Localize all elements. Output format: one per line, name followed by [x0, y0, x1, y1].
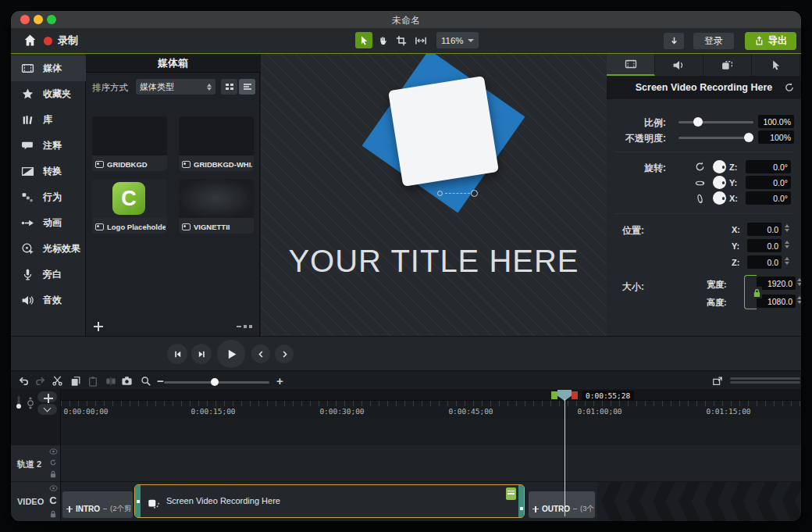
timeline-empty-area[interactable] [61, 418, 801, 445]
track-2-lane[interactable] [61, 445, 801, 481]
split-button[interactable] [104, 374, 117, 387]
track-2-header[interactable]: 轨道 2 [11, 445, 60, 481]
track-zoom-icon[interactable] [26, 397, 36, 409]
screen-recording-clip[interactable]: Screen Video Recording Here [134, 484, 525, 518]
trim-right-handle[interactable] [518, 485, 524, 517]
rotation-z-field[interactable]: 0.0° [746, 160, 791, 173]
width-stepper[interactable] [797, 278, 801, 286]
screenshot-button[interactable] [120, 374, 134, 387]
track-video-lane[interactable]: INTRO (2个剪 Screen Video Recording Here [61, 482, 801, 521]
list-view-button[interactable] [239, 79, 255, 95]
undo-button[interactable] [17, 374, 30, 387]
download-button[interactable] [664, 33, 684, 49]
bin-options-icon[interactable] [237, 325, 252, 328]
position-z-stepper[interactable] [785, 257, 789, 265]
reset-properties-icon[interactable] [784, 82, 795, 93]
tab-visual-properties[interactable] [607, 54, 655, 76]
trim-left-handle[interactable] [135, 485, 141, 517]
media-item-logo-placeholder[interactable]: C Logo Placeholder [92, 179, 167, 234]
next-clip-button[interactable] [275, 345, 294, 363]
track-video-header[interactable]: VIDEO C [11, 482, 60, 521]
position-x-field[interactable]: 0.0 [747, 223, 782, 236]
redo-button[interactable] [34, 374, 47, 387]
playhead-in-handle[interactable] [551, 391, 557, 399]
add-media-button[interactable] [94, 322, 103, 331]
sidebar-item-voice-narration[interactable]: 旁白 [11, 262, 86, 287]
crop-tool-button[interactable] [393, 32, 410, 48]
sidebar-item-behaviors[interactable]: 行为 [11, 184, 86, 210]
media-item-gridbkgd-white[interactable]: GRIDBKGD-WHI... [179, 116, 254, 171]
sidebar-item-cursor-effects[interactable]: 光标效果 [11, 236, 86, 262]
login-button[interactable]: 登录 [693, 33, 734, 49]
add-track-button[interactable] [37, 391, 57, 402]
expand-group-icon[interactable] [532, 506, 539, 512]
timeline-ruler[interactable]: 0:00:00;00 0:00:15;00 0:00:30;00 0:00:45… [61, 400, 801, 418]
lock-icon[interactable] [49, 470, 57, 478]
eye-icon[interactable] [49, 485, 58, 491]
cut-button[interactable] [51, 374, 64, 387]
rotate-x-icon[interactable] [694, 193, 706, 205]
expand-group-icon[interactable] [66, 506, 73, 512]
pan-tool-button[interactable] [374, 32, 391, 48]
step-back-button[interactable] [167, 344, 187, 364]
aspect-ratio-link[interactable] [744, 275, 757, 309]
width-field[interactable]: 1920.0 [757, 277, 796, 290]
position-y-field[interactable]: 0.0 [747, 239, 782, 252]
opacity-slider[interactable] [678, 137, 753, 139]
tab-cursor-properties[interactable] [752, 54, 800, 76]
timeline-scrollbar[interactable] [730, 377, 800, 385]
outro-group-clip[interactable]: OUTRO (3个 [529, 491, 595, 518]
lock-icon[interactable] [49, 510, 57, 518]
scale-slider-thumb[interactable] [693, 117, 703, 127]
detach-timeline-icon[interactable] [710, 374, 724, 387]
playhead-line[interactable] [564, 399, 565, 516]
media-item-vignette[interactable]: VIGNETTII [179, 179, 254, 234]
home-icon[interactable] [23, 34, 37, 47]
zoom-in-button[interactable]: + [273, 374, 287, 387]
opacity-value-field[interactable]: 100% [758, 130, 794, 144]
playhead-out-handle[interactable] [572, 391, 578, 399]
notes-doc-icon[interactable] [506, 487, 516, 500]
copy-button[interactable] [69, 374, 82, 387]
scale-value-field[interactable]: 100.0% [758, 115, 794, 128]
track-height-toggle-icon[interactable] [16, 395, 22, 411]
step-forward-button[interactable] [191, 344, 212, 364]
sidebar-item-library[interactable]: 库 [11, 107, 86, 133]
rotation-x-dial[interactable] [713, 191, 726, 205]
tab-audio-properties[interactable] [655, 54, 703, 76]
intro-group-clip[interactable]: INTRO (2个剪 [62, 491, 133, 518]
timeline-zoom-slider[interactable] [164, 381, 269, 384]
height-stepper[interactable] [797, 296, 801, 304]
thumbnail-view-button[interactable] [221, 79, 237, 95]
rotation-z-dial[interactable] [713, 160, 726, 173]
sidebar-item-media[interactable]: 媒体 [11, 55, 86, 81]
position-y-stepper[interactable] [785, 241, 789, 248]
sort-type-select[interactable]: 媒体类型 [136, 79, 215, 95]
loop-icon[interactable] [49, 459, 57, 466]
collapse-tracks-button[interactable] [37, 404, 57, 415]
sidebar-item-annotations[interactable]: 注释 [11, 133, 86, 159]
paste-button[interactable] [86, 374, 99, 387]
rotation-x-field[interactable]: 0.0° [746, 191, 791, 205]
record-button[interactable]: 录制 [44, 33, 78, 48]
sidebar-item-transitions[interactable]: 转换 [11, 159, 86, 184]
scale-slider[interactable] [678, 121, 753, 123]
position-x-stepper[interactable] [785, 224, 789, 232]
select-tool-button[interactable] [355, 32, 372, 48]
tab-effects-properties[interactable] [703, 54, 752, 76]
preview-canvas[interactable]: YOUR TITLE HERE [261, 54, 607, 336]
canvas-zoom-select[interactable]: 116% [436, 32, 479, 48]
previous-clip-button[interactable] [251, 345, 270, 363]
play-button[interactable] [217, 340, 245, 368]
zoom-tool-icon[interactable] [139, 374, 152, 387]
rotate-z-icon[interactable] [694, 161, 706, 173]
opacity-slider-thumb[interactable] [744, 133, 753, 142]
export-button[interactable]: 导出 [745, 32, 796, 50]
white-square-shape[interactable] [388, 76, 499, 187]
rotation-y-dial[interactable] [713, 176, 726, 189]
rotation-handle[interactable] [437, 190, 478, 197]
edit-dimensions-button[interactable] [411, 32, 431, 48]
media-item-gridbkgd[interactable]: GRIDBKGD [92, 116, 167, 171]
canvas-title-text[interactable]: YOUR TITLE HERE [261, 244, 607, 279]
height-field[interactable]: 1080.0 [757, 295, 796, 308]
